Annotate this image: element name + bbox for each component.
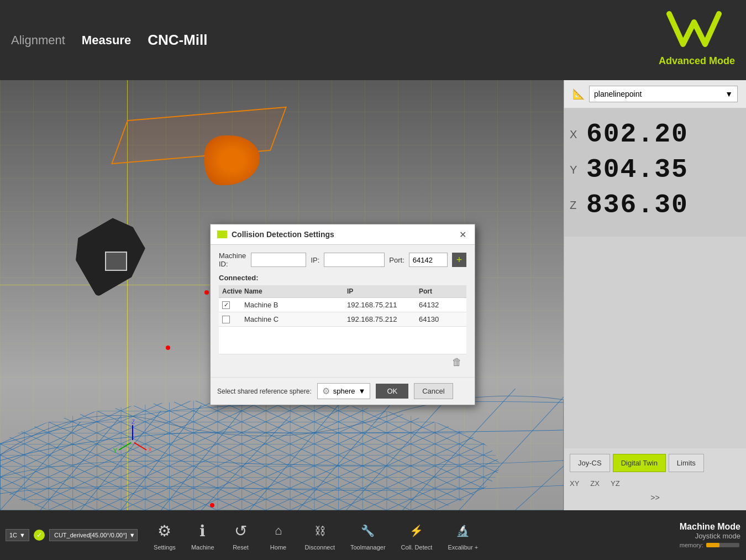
dialog-title-bar: Collision Detection Settings ✕ <box>211 224 475 245</box>
col-active: Active <box>222 287 244 295</box>
sphere-icon: ⚙ <box>322 386 330 396</box>
coord-tabs: XY ZX YZ <box>570 477 740 490</box>
excalibur-label: Excalibur + <box>448 544 478 551</box>
bottom-left-controls: 1C ▼ ✓ CUT_derived[45.00°/0.00°] ▼ <box>6 529 138 541</box>
right-panel-bottom: Joy-CS Digital Twin Limits XY ZX YZ >> <box>564 448 746 510</box>
reset-label: Reset <box>233 544 249 551</box>
tab-yz[interactable]: YZ <box>611 479 620 488</box>
coord-area: X 602.20 Y 304.35 Z 836.30 <box>564 108 746 237</box>
svg-line-15 <box>133 442 146 450</box>
delete-icon[interactable]: 🗑 <box>452 357 462 368</box>
main-area: Z X Y Collision Detection Settings ✕ <box>0 80 746 510</box>
settings-button[interactable]: ⚙ Settings <box>146 520 183 551</box>
row1-name: Machine B <box>244 301 347 309</box>
machine-id-input[interactable] <box>251 253 306 267</box>
y-label: Y <box>570 164 586 176</box>
coll-detect-label: Coll. Detect <box>401 544 433 551</box>
dialog-body: Machine ID: IP: Port: 64142 + Connected:… <box>211 245 475 377</box>
status-check-icon: ✓ <box>34 530 45 541</box>
col-port: Port <box>419 287 463 295</box>
port-input[interactable]: 64142 <box>409 253 448 267</box>
ip-label: IP: <box>311 256 319 264</box>
z-label: Z <box>570 199 586 212</box>
disconnect-button[interactable]: ⛓ Disconnect <box>297 520 343 551</box>
table-row: Machine C 192.168.75.212 64130 <box>219 312 466 327</box>
file-chevron-icon: ▼ <box>129 532 135 538</box>
svg-line-17 <box>119 442 133 450</box>
table-empty-row <box>219 327 466 354</box>
joy-cs-button[interactable]: Joy-CS <box>570 454 610 472</box>
more-button[interactable]: >> <box>570 490 740 505</box>
dialog-title-left: Collision Detection Settings <box>217 230 334 239</box>
row1-checkbox[interactable]: ✓ <box>222 301 230 309</box>
dialog-close-button[interactable]: ✕ <box>457 229 468 240</box>
sphere-select-label: Select shared reference sphere: <box>217 388 312 395</box>
row2-checkbox-cell[interactable] <box>222 316 244 323</box>
memory-label: memory: <box>680 542 703 548</box>
excalibur-icon: 🔬 <box>452 520 474 542</box>
disconnect-label: Disconnect <box>305 544 335 551</box>
machine-label: Machine <box>191 544 214 551</box>
machine-table: Active Name IP Port ✓ Machine B 192.168.… <box>219 285 466 354</box>
dialog-title-text: Collision Detection Settings <box>232 230 334 239</box>
toolmanager-label: Toolmanager <box>350 544 386 551</box>
measure-icon: 📐 <box>572 88 585 100</box>
row1-checkbox-cell[interactable]: ✓ <box>222 301 244 309</box>
sphere-value: sphere <box>333 387 355 395</box>
file-name: CUT_derived[45.00°/0.00°] <box>54 532 127 538</box>
tab-zx[interactable]: ZX <box>590 479 600 488</box>
toolmanager-icon: 🔧 <box>357 520 379 542</box>
nav-alignment[interactable]: Alignment <box>11 33 65 48</box>
coll-detect-button[interactable]: ⚡ Coll. Detect <box>393 520 440 551</box>
digital-twin-button[interactable]: Digital Twin <box>613 454 666 472</box>
col-name: Name <box>244 287 347 295</box>
num-dropdown[interactable]: 1C ▼ <box>6 529 29 541</box>
file-dropdown[interactable]: CUT_derived[45.00°/0.00°] ▼ <box>49 529 138 541</box>
reset-button[interactable]: ↺ Reset <box>222 520 260 551</box>
ip-input[interactable] <box>324 253 385 267</box>
z-value: 836.30 <box>586 190 689 220</box>
row2-ip: 192.168.75.212 <box>347 315 419 323</box>
cancel-button[interactable]: Cancel <box>414 383 453 399</box>
row2-checkbox[interactable] <box>222 316 230 323</box>
viewport[interactable]: Z X Y Collision Detection Settings ✕ <box>0 80 564 510</box>
right-panel-top: 📐 planelinepoint ▼ <box>564 80 746 108</box>
red-marker-1 <box>204 290 209 295</box>
machine-id-label: Machine ID: <box>219 252 246 268</box>
nav-cnc[interactable]: CNC-Mill <box>148 32 207 49</box>
num-chevron-icon: ▼ <box>19 532 25 538</box>
svg-text:Z: Z <box>132 420 135 425</box>
settings-label: Settings <box>154 544 176 551</box>
settings-icon: ⚙ <box>154 520 176 542</box>
home-icon: ⌂ <box>267 520 290 542</box>
header: Alignment Measure CNC-Mill Advanced Mode <box>0 0 746 80</box>
memory-bar: memory: <box>680 542 740 548</box>
add-machine-button[interactable]: + <box>452 253 466 267</box>
svg-point-0 <box>0 400 499 510</box>
sphere-dropdown[interactable]: ⚙ sphere ▼ <box>317 383 371 399</box>
tab-xy[interactable]: XY <box>570 479 579 488</box>
limits-button[interactable]: Limits <box>669 454 704 472</box>
ok-button[interactable]: OK <box>376 384 408 399</box>
axis-widget: Z X Y <box>111 420 155 466</box>
row1-ip: 192.168.75.211 <box>347 301 419 309</box>
home-button[interactable]: ⌂ Home <box>260 520 297 551</box>
x-coord-row: X 602.20 <box>570 119 740 149</box>
orange-tool-shape <box>204 135 260 185</box>
row1-port: 64132 <box>419 301 463 309</box>
reset-icon: ↺ <box>230 520 252 542</box>
num-value: 1C <box>9 532 17 538</box>
nav-measure[interactable]: Measure <box>82 33 131 48</box>
feature-dropdown[interactable]: planelinepoint ▼ <box>589 86 738 102</box>
svg-line-12 <box>516 466 564 510</box>
table-header: Active Name IP Port <box>219 285 466 298</box>
nav-bar: Alignment Measure CNC-Mill <box>11 32 207 49</box>
machine-button[interactable]: ℹ Machine <box>183 520 222 551</box>
excalibur-button[interactable]: 🔬 Excalibur + <box>440 520 486 551</box>
logo-area: Advanced Mode <box>659 6 735 67</box>
coll-detect-icon: ⚡ <box>406 520 428 542</box>
toolmanager-button[interactable]: 🔧 Toolmanager <box>343 520 393 551</box>
dropdown-chevron-icon: ▼ <box>725 90 733 98</box>
z-coord-row: Z 836.30 <box>570 190 740 220</box>
trash-area: 🗑 <box>219 354 466 370</box>
